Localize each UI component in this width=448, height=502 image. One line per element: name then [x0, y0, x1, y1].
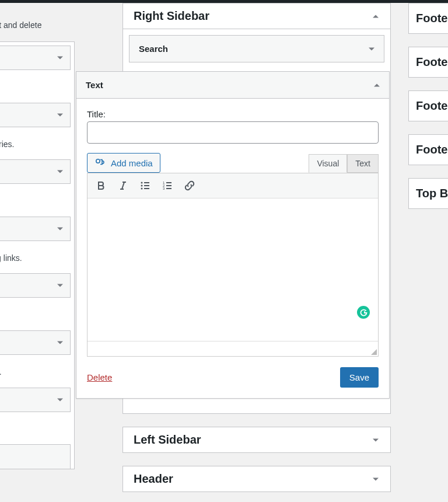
add-media-label: Add media	[111, 158, 153, 168]
title-input[interactable]	[87, 121, 379, 144]
bold-icon	[95, 180, 107, 191]
svg-point-0	[96, 159, 100, 163]
widget-areas-column-2: Foote Foote Foote Foote Top B	[408, 3, 448, 222]
link-button[interactable]	[180, 176, 200, 196]
widget-inside: Title: Add media Visual Text	[76, 99, 389, 398]
chevron-down-icon	[373, 477, 379, 480]
widget-slot[interactable]	[0, 330, 71, 355]
widget-slot[interactable]	[0, 217, 71, 241]
svg-line-3	[122, 182, 124, 189]
widget-desc: ess.org links.	[0, 247, 71, 274]
widget-label: Text	[86, 80, 103, 90]
link-icon	[184, 180, 195, 191]
available-widgets-column: a widget and delete yer. categories. ler…	[0, 3, 75, 469]
widget-desc: ges.	[0, 304, 71, 330]
tab-visual[interactable]: Visual	[309, 154, 347, 173]
chevron-down-icon	[57, 284, 63, 287]
bullet-list-icon	[139, 180, 151, 191]
chevron-down-icon	[369, 47, 374, 50]
svg-point-5	[141, 185, 143, 187]
svg-point-6	[141, 188, 143, 190]
bold-button[interactable]	[91, 176, 111, 196]
widget-slot[interactable]	[0, 103, 71, 127]
italic-icon	[117, 180, 129, 191]
chevron-down-icon	[57, 398, 63, 401]
widget-slot[interactable]	[0, 159, 71, 184]
widget-desc: lery.	[0, 190, 71, 217]
text-widget-editor: Text Title: Add media Visual Text	[76, 71, 390, 399]
numbered-list-button[interactable]: 123	[158, 176, 177, 196]
chevron-down-icon	[57, 113, 63, 116]
italic-button[interactable]	[113, 176, 133, 196]
save-button[interactable]: Save	[340, 367, 379, 388]
rich-editor: 123	[87, 173, 379, 357]
editor-tabs: Visual Text	[309, 154, 379, 172]
widget-area-footer[interactable]: Foote	[408, 47, 448, 78]
numbered-list-icon: 123	[162, 180, 173, 191]
chevron-down-icon	[57, 341, 63, 344]
chevron-down-icon	[57, 170, 63, 173]
bullet-list-button[interactable]	[135, 176, 155, 196]
media-icon	[94, 157, 106, 169]
available-widgets-desc: a widget and delete	[0, 3, 75, 41]
widget-area-right-sidebar[interactable]: Right Sidebar	[123, 3, 391, 29]
tab-text[interactable]: Text	[347, 154, 379, 173]
widget-area-left-sidebar[interactable]: Left Sidebar	[123, 427, 391, 453]
chevron-up-icon	[373, 15, 379, 18]
delete-link[interactable]: Delete	[87, 372, 112, 382]
widget-area-label: Header	[134, 472, 173, 485]
editor-statusbar	[88, 341, 378, 356]
svg-text:3: 3	[163, 187, 165, 190]
editor-toolbar: 123	[88, 173, 378, 198]
widget-desc: yer.	[0, 76, 71, 103]
text-widget-handle[interactable]: Text	[76, 72, 389, 99]
widget-area-label: Left Sidebar	[134, 433, 201, 446]
title-label: Title:	[87, 109, 379, 119]
widget-area-top[interactable]: Top B	[408, 178, 448, 209]
widget-area-label: Right Sidebar	[134, 9, 209, 22]
widget-search[interactable]: Search	[129, 35, 384, 62]
widget-slot[interactable]	[0, 273, 71, 298]
widget-area-footer[interactable]: Foote	[408, 134, 448, 165]
widget-desc: t Posts.	[0, 361, 71, 388]
chevron-down-icon	[57, 57, 63, 60]
widget-slot[interactable]	[0, 388, 71, 412]
editor-content-area[interactable]	[88, 198, 378, 341]
svg-point-4	[141, 182, 143, 184]
chevron-down-icon	[57, 227, 63, 230]
widget-desc: categories.	[0, 133, 71, 160]
grammarly-icon[interactable]	[357, 306, 370, 319]
add-media-button[interactable]: Add media	[87, 153, 160, 173]
resize-grip-icon[interactable]	[370, 348, 377, 355]
widget-area-header[interactable]: Header	[123, 466, 391, 492]
widget-slot[interactable]	[0, 46, 71, 70]
widget-area-footer[interactable]: Foote	[408, 3, 448, 34]
widget-label: Search	[139, 44, 168, 54]
widget-desc: r site.	[0, 418, 71, 445]
chevron-down-icon	[373, 438, 379, 441]
chevron-up-icon	[374, 83, 380, 86]
widget-area-footer[interactable]: Foote	[408, 90, 448, 121]
widget-slot[interactable]	[0, 444, 71, 469]
